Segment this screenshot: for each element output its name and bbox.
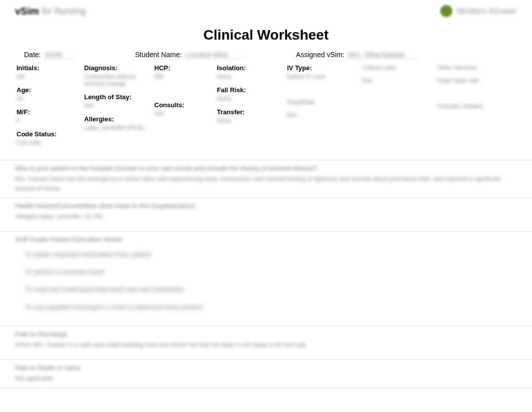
section-why-title: Why is your patient in the hospital (Ans… xyxy=(15,164,517,172)
info-col-3: HCP: MD Consults: N/A xyxy=(153,62,215,155)
info-col-7: Other Services: Fetal Heart rate Consult… xyxy=(436,62,521,155)
consults-label: Consults: xyxy=(154,101,214,109)
info-col-1: Initials: OK Age: 35 M/F: F Code Status:… xyxy=(15,62,83,155)
section-history-body: Allergies (latex, penicillin, G1 P0) xyxy=(15,212,517,227)
field-student: Student Name: Lorraine Allen xyxy=(135,51,245,59)
age-value: 35 xyxy=(17,95,81,102)
consults-value: N/A xyxy=(154,110,214,117)
diagnosis-value: Contraction without cervical change xyxy=(84,73,151,87)
logo-right-text: Wolters Kluwer xyxy=(456,6,517,17)
goal-item: To use palpation technique in order to d… xyxy=(25,303,507,311)
info-col-5: IV Type: Saline IV Lock Fluid/Rate: N/A xyxy=(286,62,361,155)
los-value: N/A xyxy=(84,102,151,109)
header: vSim for Nursing Wolters Kluwer xyxy=(0,0,532,22)
logo-left-light: for Nursing xyxy=(42,6,86,17)
los-label: Length of Stay: xyxy=(84,93,151,101)
info-col-6: Critical Labs: N/A xyxy=(361,62,436,155)
vsim-label: Assigned vSim: xyxy=(296,51,344,59)
consults2-value: Consults needed xyxy=(437,103,519,110)
wolters-kluwer-icon xyxy=(440,5,452,17)
section-goals-title: Shift Goals/ Patient Education Needs: xyxy=(15,236,517,243)
diagnosis-label: Diagnosis: xyxy=(84,64,151,72)
section-history-title: Health History/Comorbidities (that relat… xyxy=(15,202,517,210)
allergies-value: Latex, penicillin (PCN) xyxy=(84,124,151,131)
fluid-label: Fluid/Rate: xyxy=(287,99,359,106)
ivtype-value: Saline IV Lock xyxy=(287,73,359,80)
section-goals: Shift Goals/ Patient Education Needs: xyxy=(0,232,532,243)
section-death: Path to Death or Injury: Not applicable xyxy=(0,360,532,388)
mf-label: M/F: xyxy=(17,108,81,116)
goals-list: To obtain important information from pat… xyxy=(0,246,532,326)
date-value: 10/20 xyxy=(45,51,75,59)
section-discharge-title: Path to Discharge: xyxy=(15,330,517,338)
fallrisk-value: None xyxy=(217,95,284,102)
student-label: Student Name: xyxy=(135,51,181,59)
student-value: Lorraine Allen xyxy=(186,51,246,59)
section-discharge-body: Inform Mrs. Kawasi in a calm and underst… xyxy=(15,340,517,355)
fallrisk-label: Fall Risk: xyxy=(217,86,284,94)
section-death-body: Not applicable xyxy=(15,374,517,384)
logo-left: vSim for Nursing xyxy=(15,6,86,17)
other-label: Other Services: xyxy=(437,64,519,71)
field-date: Date: 10/20 xyxy=(24,51,75,59)
goal-item: To read and understand fetal heart rate … xyxy=(25,286,507,293)
mf-value: F xyxy=(17,117,81,124)
code-label: Code Status: xyxy=(17,130,81,138)
crit-value: N/A xyxy=(362,77,434,84)
section-why-body: Mrs. Kawasi came into the emergency in a… xyxy=(15,174,517,193)
initials-label: Initials: xyxy=(17,64,81,72)
section-discharge: Path to Discharge: Inform Mrs. Kawasi in… xyxy=(0,326,532,360)
logo-left-bold: vSim xyxy=(15,6,39,17)
top-row: Date: 10/20 Student Name: Lorraine Allen… xyxy=(0,51,532,59)
code-value: Full code xyxy=(17,139,81,146)
isolation-value: None xyxy=(217,73,284,80)
field-vsim: Assigned vSim: Mrs. Olina Kawasi xyxy=(296,51,418,59)
info-grid: Initials: OK Age: 35 M/F: F Code Status:… xyxy=(0,59,532,160)
page-title: Clinical Worksheet xyxy=(0,27,532,43)
section-death-title: Path to Death or Injury: xyxy=(15,364,517,371)
section-history: Health History/Comorbidities (that relat… xyxy=(0,198,532,232)
goal-item: To obtain important information from pat… xyxy=(25,251,507,258)
info-col-4: Isolation: None Fall Risk: None Transfer… xyxy=(215,62,286,155)
crit-label: Critical Labs: xyxy=(362,64,434,71)
section-why: Why is your patient in the hospital (Ans… xyxy=(0,160,532,198)
other-value: Fetal Heart rate xyxy=(437,77,519,84)
isolation-label: Isolation: xyxy=(217,64,284,72)
initials-value: OK xyxy=(17,73,81,80)
hcp-label: HCP: xyxy=(154,64,214,72)
age-label: Age: xyxy=(17,86,81,94)
goal-item: To perform a cervical check xyxy=(25,268,507,276)
transfer-value: None xyxy=(217,117,284,124)
allergies-label: Allergies: xyxy=(84,115,151,123)
transfer-label: Transfer: xyxy=(217,108,284,116)
ivtype-label: IV Type: xyxy=(287,64,359,72)
logo-right: Wolters Kluwer xyxy=(440,5,517,17)
hcp-value: MD xyxy=(154,73,214,80)
info-col-2: Diagnosis: Contraction without cervical … xyxy=(83,62,153,155)
date-label: Date: xyxy=(24,51,41,59)
vsim-value: Mrs. Olina Kawasi xyxy=(348,51,418,59)
fluid-value: N/A xyxy=(287,112,359,119)
